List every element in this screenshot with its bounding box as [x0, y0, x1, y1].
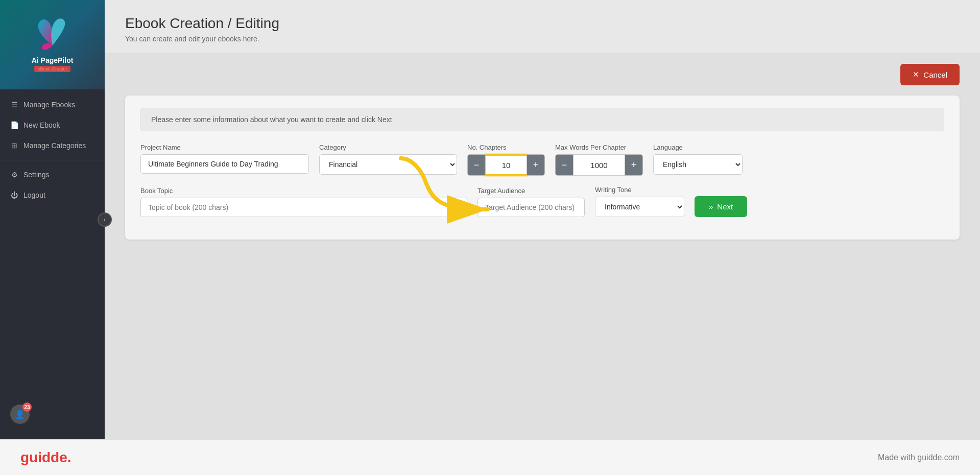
page-subtitle: You can create and edit your ebooks here… [125, 35, 960, 43]
new-ebook-icon: 📄 [10, 121, 18, 129]
target-audience-input[interactable] [477, 198, 585, 217]
sidebar-collapse-button[interactable]: ‹ [98, 212, 112, 227]
logo-sub: eBook Creator [34, 66, 70, 72]
main-header: Ebook Creation / Editing You can create … [105, 0, 980, 54]
settings-icon: ⚙ [10, 171, 18, 179]
sidebar-item-settings[interactable]: ⚙ Settings [0, 164, 105, 185]
main-content: Ebook Creation / Editing You can create … [105, 0, 980, 439]
logout-icon: ⏻ [10, 191, 18, 199]
language-label: Language [653, 144, 743, 151]
sidebar-item-manage-ebooks[interactable]: ☰ Manage Ebooks [0, 94, 105, 115]
project-name-label: Project Name [140, 144, 309, 151]
logo-text: Ai PagePilot [32, 56, 74, 65]
sidebar-item-logout[interactable]: ⏻ Logout [0, 185, 105, 205]
chapters-decrement-button[interactable]: − [467, 154, 486, 176]
form-info-bar: Please enter some information about what… [140, 108, 944, 131]
no-chapters-group: No. Chapters − + [467, 144, 545, 176]
logo-icon [32, 17, 73, 53]
max-words-label: Max Words Per Chapter [555, 144, 643, 151]
sidebar-item-new-ebook[interactable]: 📄 New Ebook [0, 115, 105, 135]
book-topic-label: Book Topic [140, 187, 467, 195]
avatar: 👤 23 [10, 405, 30, 424]
project-name-input[interactable] [140, 154, 309, 174]
footer-logo: guidde. [20, 449, 71, 466]
notification-badge: 23 [22, 402, 32, 412]
footer: guidde. Made with guidde.com [0, 439, 980, 475]
category-label: Category [319, 144, 457, 151]
form-card: Please enter some information about what… [125, 96, 960, 240]
no-chapters-stepper: − + [467, 154, 545, 176]
sidebar-item-label: Settings [23, 171, 50, 179]
next-icon: » [709, 202, 713, 211]
writing-tone-label: Writing Tone [595, 186, 684, 194]
category-group: Category Financial Technology Health Bus… [319, 144, 457, 175]
target-audience-label: Target Audience [477, 187, 585, 195]
cancel-button[interactable]: ✕ Cancel [900, 64, 960, 85]
target-audience-group: Target Audience [477, 187, 585, 217]
no-chapters-input[interactable] [486, 154, 527, 176]
book-topic-input[interactable] [140, 198, 467, 217]
main-body: ✕ Cancel Please enter some information a… [105, 54, 980, 439]
project-name-group: Project Name [140, 144, 309, 174]
sidebar: Ai PagePilot eBook Creator ☰ Manage Eboo… [0, 0, 105, 439]
manage-categories-icon: ⊞ [10, 141, 18, 150]
chapters-increment-button[interactable]: + [527, 154, 545, 176]
sidebar-item-label: New Ebook [23, 121, 60, 129]
category-select[interactable]: Financial Technology Health Business [319, 154, 457, 175]
manage-ebooks-icon: ☰ [10, 101, 18, 109]
sidebar-item-label: Manage Categories [23, 141, 86, 150]
language-group: Language English Spanish French German [653, 144, 743, 175]
maxwords-increment-button[interactable]: + [625, 154, 643, 176]
page-title: Ebook Creation / Editing [125, 15, 960, 32]
next-button[interactable]: » Next [695, 196, 747, 217]
book-topic-group: Book Topic [140, 187, 467, 217]
max-words-input[interactable] [573, 154, 625, 176]
maxwords-decrement-button[interactable]: − [555, 154, 573, 176]
writing-tone-group: Writing Tone Informative Persuasive Narr… [595, 186, 684, 217]
sidebar-logo: Ai PagePilot eBook Creator [0, 0, 105, 89]
no-chapters-label: No. Chapters [467, 144, 545, 151]
footer-tagline: Made with guidde.com [878, 453, 960, 462]
language-select[interactable]: English Spanish French German [653, 154, 743, 175]
sidebar-item-manage-categories[interactable]: ⊞ Manage Categories [0, 135, 105, 156]
cancel-btn-area: ✕ Cancel [125, 64, 960, 85]
writing-tone-select[interactable]: Informative Persuasive Narrative Descrip… [595, 197, 684, 217]
sidebar-avatar-area: 👤 23 [0, 399, 105, 429]
form-row-1: Project Name Category Financial Technolo… [140, 144, 944, 176]
nav-divider [0, 160, 105, 160]
max-words-group: Max Words Per Chapter − + [555, 144, 643, 176]
cancel-icon: ✕ [913, 70, 919, 79]
max-words-stepper: − + [555, 154, 643, 176]
sidebar-item-label: Logout [23, 191, 45, 199]
chevron-left-icon: ‹ [104, 216, 106, 223]
sidebar-bottom: 👤 23 [0, 394, 105, 439]
sidebar-nav: ☰ Manage Ebooks 📄 New Ebook ⊞ Manage Cat… [0, 89, 105, 394]
sidebar-item-label: Manage Ebooks [23, 101, 75, 109]
form-row-2: Book Topic Target Audience Writing Tone … [140, 186, 944, 217]
